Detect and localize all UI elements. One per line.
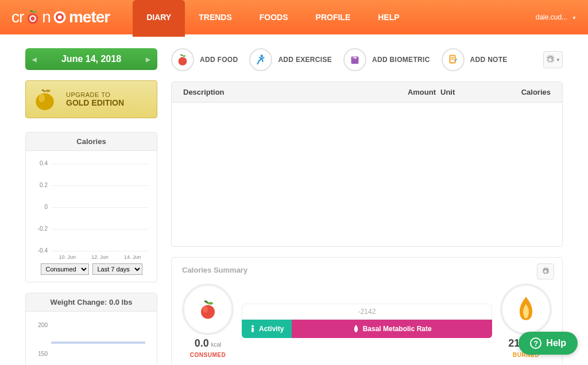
upgrade-line1: UPGRADE TO <box>66 91 146 98</box>
date-next-icon[interactable]: ▶ <box>146 56 150 63</box>
scale-icon <box>343 48 366 71</box>
summary-title: Calories Summary <box>182 266 552 274</box>
svg-point-19 <box>203 306 208 313</box>
diary-body[interactable] <box>172 103 562 246</box>
user-menu[interactable]: dale.cud... <box>536 13 577 21</box>
tab-foods[interactable]: FOODS <box>246 0 302 34</box>
add-exercise-button[interactable]: ADD EXERCISE <box>249 48 332 71</box>
gear-icon <box>541 267 550 275</box>
calories-panel: Calories 0.4 0.2 0 -0.2 -0.4 10. Jun 12.… <box>25 132 157 282</box>
burned-circle <box>500 284 552 335</box>
add-biometric-button[interactable]: ADD BIOMETRIC <box>343 48 430 71</box>
svg-point-20 <box>208 302 213 305</box>
help-bubble[interactable]: ? Help <box>519 332 578 355</box>
nav-tabs: DIARY TRENDS FOODS PROFILE HELP <box>133 0 413 34</box>
col-calories: Calories <box>493 88 551 96</box>
note-icon <box>442 48 465 71</box>
svg-point-2 <box>31 17 35 21</box>
svg-point-18 <box>201 305 215 319</box>
add-note-button[interactable]: ADD NOTE <box>442 48 508 71</box>
weight-chart: 200 150 <box>32 319 151 364</box>
runner-icon <box>249 48 272 71</box>
calories-range-select[interactable]: Last 7 days <box>92 263 142 275</box>
chevron-down-icon: ▼ <box>556 57 560 63</box>
date-selector[interactable]: ◀ June 14, 2018 ▶ <box>25 48 157 70</box>
diary-table: Description Amount Unit Calories <box>171 81 563 247</box>
logo-target-icon <box>52 9 68 25</box>
date-prev-icon[interactable]: ◀ <box>32 56 37 63</box>
svg-point-7 <box>36 94 54 110</box>
gear-icon <box>546 55 555 64</box>
calories-series-select[interactable]: Consumed <box>41 263 89 275</box>
col-description: Description <box>183 88 390 96</box>
svg-point-11 <box>183 55 186 57</box>
tab-diary[interactable]: DIARY <box>133 0 185 37</box>
diary-settings-button[interactable]: ▼ <box>543 51 563 68</box>
flame-icon <box>353 325 359 333</box>
flame-icon <box>514 297 537 322</box>
bmr-bar[interactable]: Basal Metabolic Rate <box>292 320 492 338</box>
gold-apple-icon <box>33 87 57 111</box>
help-icon: ? <box>530 337 541 349</box>
top-nav: cr n meter DIARY TRENDS FOODS PROFILE HE… <box>0 0 588 34</box>
logo-apple-icon <box>25 9 41 25</box>
svg-point-3 <box>33 11 37 13</box>
svg-line-14 <box>355 57 355 59</box>
svg-point-12 <box>261 55 264 57</box>
tab-profile[interactable]: PROFILE <box>302 0 365 34</box>
consumed-circle <box>182 284 234 335</box>
action-bar: ADD FOOD ADD EXERCISE ADD BIOMETRIC ADD … <box>171 48 563 71</box>
calories-summary: Calories Summary 0.0 kcal CONSUMED -2142 <box>171 257 563 365</box>
calories-panel-title: Calories <box>26 133 157 151</box>
person-icon <box>250 325 256 333</box>
calories-chart: 0.4 0.2 0 -0.2 -0.4 10. Jun 12. Jun 14. … <box>32 158 151 261</box>
svg-rect-22 <box>252 328 254 332</box>
svg-point-10 <box>179 57 187 65</box>
upgrade-gold-button[interactable]: UPGRADE TO GOLD EDITION <box>25 80 157 118</box>
upgrade-line2: GOLD EDITION <box>66 98 146 107</box>
tab-trends[interactable]: TRENDS <box>185 0 246 34</box>
date-label: June 14, 2018 <box>61 54 121 64</box>
logo[interactable]: cr n meter <box>11 8 110 26</box>
svg-point-6 <box>57 15 61 20</box>
apple-icon <box>198 299 218 320</box>
deficit-value: -2142 <box>242 304 492 320</box>
activity-bar[interactable]: Activity <box>242 320 292 338</box>
add-food-button[interactable]: ADD FOOD <box>171 48 238 71</box>
weight-panel: Weight Change: 0.0 lbs 200 150 <box>25 293 157 365</box>
svg-point-21 <box>252 325 254 328</box>
col-unit: Unit <box>436 88 493 96</box>
summary-settings-button[interactable] <box>537 263 554 279</box>
col-amount: Amount <box>390 88 436 96</box>
svg-point-8 <box>39 94 45 103</box>
svg-point-9 <box>45 90 50 92</box>
tab-help[interactable]: HELP <box>364 0 413 34</box>
apple-icon <box>171 48 194 71</box>
weight-panel-title: Weight Change: 0.0 lbs <box>26 293 157 312</box>
